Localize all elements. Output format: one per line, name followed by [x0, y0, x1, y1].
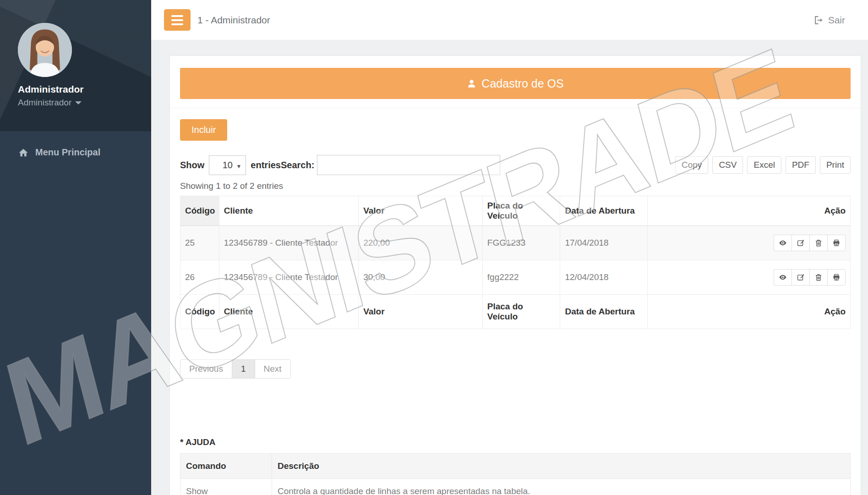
print-button[interactable]	[827, 235, 846, 251]
export-buttons: Copy CSV Excel PDF Print	[671, 156, 851, 174]
print-icon	[832, 239, 841, 247]
sign-out-icon	[813, 15, 824, 25]
edit-icon	[797, 239, 805, 247]
cell-valor: 30,00	[359, 260, 483, 295]
footer-acao: Ação	[647, 295, 850, 329]
action-group	[774, 235, 846, 251]
datatable-controls: Show 10 ▼ entriesSearch: Copy CSV Excel …	[180, 155, 851, 175]
sidebar-profile: Administrador Administrador	[0, 0, 151, 132]
help-row: Show Controla a quantidade de linhas a s…	[180, 479, 851, 495]
user-role-dropdown[interactable]: Administrador	[18, 98, 151, 108]
main-content: Cadastro de OS Incluir Show 10 ▼ entries…	[151, 40, 868, 495]
cell-codigo: 25	[180, 226, 219, 260]
user-icon	[467, 79, 476, 88]
export-print-button[interactable]: Print	[820, 156, 851, 174]
table-footer-row: Código Cliente Valor Placa do Veículo Da…	[180, 295, 851, 329]
table-info: Showing 1 to 2 of 2 entries	[180, 181, 851, 191]
os-table: Código Cliente Valor Placa do Veículo Da…	[180, 196, 851, 329]
hamburger-icon	[171, 15, 183, 17]
home-icon	[18, 148, 28, 158]
cell-data-abertura: 12/04/2018	[560, 260, 647, 295]
cell-acao	[647, 260, 850, 295]
pagination-page-1[interactable]: 1	[232, 360, 255, 378]
pagination-next[interactable]: Next	[255, 360, 290, 378]
delete-button[interactable]	[809, 269, 828, 286]
footer-data: Data de Abertura	[560, 295, 647, 329]
panel-title: Cadastro de OS	[481, 77, 563, 90]
show-label: Show	[180, 160, 204, 170]
help-title: * AJUDA	[180, 437, 851, 447]
export-excel-button[interactable]: Excel	[747, 156, 781, 174]
print-button[interactable]	[827, 269, 846, 286]
hamburger-button[interactable]	[164, 9, 191, 31]
footer-placa: Placa do Veículo	[482, 295, 560, 329]
pagination: Previous 1 Next	[180, 359, 291, 379]
table-row: 26 123456789 - Cliente Testador 30,00 fg…	[180, 260, 851, 295]
avatar[interactable]	[18, 23, 72, 77]
view-button[interactable]	[774, 235, 792, 251]
cell-placa: FGG1233	[482, 226, 560, 260]
cell-cliente: 123456789 - Cliente Testador	[219, 226, 358, 260]
edit-button[interactable]	[792, 269, 810, 286]
export-pdf-button[interactable]: PDF	[786, 156, 816, 174]
user-name: Administrador	[18, 84, 151, 95]
topbar: 1 - Administrador Sair	[151, 0, 868, 40]
help-section: * AJUDA Comando Descrição Show Controla …	[180, 437, 851, 495]
help-column-comando: Comando	[180, 454, 272, 479]
column-header-cliente[interactable]: Cliente	[219, 196, 358, 226]
footer-cliente: Cliente	[219, 295, 358, 329]
cell-cliente: 123456789 - Cliente Testador	[219, 260, 358, 295]
cell-data-abertura: 17/04/2018	[560, 226, 647, 260]
help-comando: Show	[180, 479, 272, 495]
export-csv-button[interactable]: CSV	[712, 156, 743, 174]
trash-icon	[814, 273, 823, 281]
edit-icon	[797, 273, 805, 281]
select-caret-icon: ▼	[236, 163, 241, 170]
column-header-acao: Ação	[647, 196, 850, 226]
app-root: Administrador Administrador Menu Princip…	[0, 0, 868, 495]
pagination-previous[interactable]: Previous	[180, 360, 232, 378]
column-header-codigo[interactable]: Código	[180, 196, 219, 226]
panel-heading: Cadastro de OS	[170, 56, 861, 108]
panel-title-banner: Cadastro de OS	[180, 68, 851, 99]
cell-valor: 220,00	[359, 226, 483, 260]
help-column-descricao: Descrição	[272, 454, 851, 479]
table-header-row: Código Cliente Valor Placa do Veículo Da…	[180, 196, 851, 226]
help-descricao: Controla a quantidade de linhas a serem …	[272, 479, 851, 495]
entries-search-label: entriesSearch:	[251, 160, 314, 170]
user-role-label: Administrador	[18, 98, 71, 108]
column-header-placa[interactable]: Placa do Veículo	[482, 196, 560, 226]
action-group	[774, 269, 846, 286]
column-header-valor[interactable]: Valor	[359, 196, 483, 226]
page-length-value: 10	[223, 160, 233, 170]
page-title: 1 - Administrador	[197, 15, 270, 26]
panel-cadastro-os: Cadastro de OS Incluir Show 10 ▼ entries…	[169, 55, 861, 495]
incluir-button[interactable]: Incluir	[180, 119, 227, 141]
search-input[interactable]	[317, 155, 500, 175]
cell-placa: fgg2222	[482, 260, 560, 295]
eye-icon	[779, 239, 787, 247]
help-table: Comando Descrição Show Controla a quanti…	[180, 453, 851, 495]
export-copy-button[interactable]: Copy	[675, 156, 708, 174]
table-row: 25 123456789 - Cliente Testador 220,00 F…	[180, 226, 851, 260]
footer-codigo: Código	[180, 295, 219, 329]
cell-acao	[647, 226, 850, 260]
sidebar-item-menu-principal[interactable]: Menu Principal	[0, 141, 151, 164]
edit-button[interactable]	[792, 235, 810, 251]
print-icon	[832, 273, 841, 281]
sidebar: Administrador Administrador Menu Princip…	[0, 0, 151, 495]
logout-label: Sair	[828, 15, 845, 26]
panel-body: Incluir Show 10 ▼ entriesSearch: Copy CS…	[170, 108, 861, 495]
help-header-row: Comando Descrição	[180, 454, 851, 479]
column-header-data[interactable]: Data de Abertura	[560, 196, 647, 226]
sidebar-nav: Menu Principal	[0, 132, 151, 164]
trash-icon	[814, 239, 823, 247]
eye-icon	[779, 273, 787, 281]
footer-valor: Valor	[359, 295, 483, 329]
sidebar-item-label: Menu Principal	[35, 147, 100, 158]
view-button[interactable]	[774, 269, 792, 286]
page-length-select[interactable]: 10 ▼	[209, 155, 246, 175]
logout-button[interactable]: Sair	[813, 15, 845, 26]
delete-button[interactable]	[809, 235, 828, 251]
avatar-image	[18, 23, 72, 77]
